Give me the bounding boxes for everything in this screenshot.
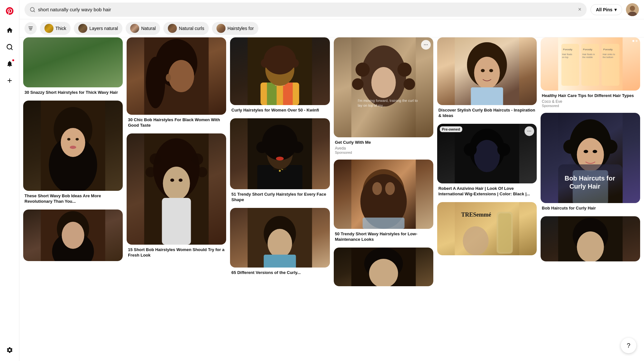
pin-text: Get Curly With Me Aveda Sponsored (334, 137, 433, 156)
pin-card[interactable]: I'm moving forward, training the curl to… (334, 37, 433, 156)
pin-image: Bob Haircuts for Curly Hair (541, 113, 640, 203)
pin-image (230, 208, 330, 268)
carousel-dot (636, 40, 638, 42)
svg-point-63 (403, 78, 415, 90)
svg-rect-36 (283, 83, 293, 105)
search-icon (30, 7, 35, 13)
filter-chip-natural-curls[interactable]: Natural curls (163, 22, 209, 35)
search-input[interactable] (38, 7, 575, 12)
pin-source: Coco & Eve (542, 99, 639, 104)
pin-text: Curly Hairstyles for Women Over 50 - Kwi… (230, 105, 330, 114)
user-avatar[interactable] (626, 3, 639, 16)
svg-point-32 (179, 179, 183, 182)
pin-image (334, 248, 433, 286)
pin-card[interactable]: These Short Wavy Bob Ideas Are More Revo… (23, 101, 123, 206)
pin-image (23, 101, 123, 191)
svg-text:Porosity: Porosity (583, 48, 592, 51)
svg-point-46 (279, 170, 281, 172)
svg-point-70 (372, 182, 382, 195)
sidebar-item-explore[interactable] (3, 40, 17, 54)
pin-image (230, 37, 330, 105)
pin-title: Get Curly With Me (335, 140, 432, 145)
filter-icon (28, 25, 34, 31)
masonry-col-5: Discover Stylish Curly Bob Haircuts - In… (437, 37, 537, 255)
pin-card[interactable]: Discover Stylish Curly Bob Haircuts - In… (437, 37, 537, 120)
svg-rect-35 (267, 83, 277, 105)
pin-card[interactable] (23, 210, 123, 261)
svg-point-22 (166, 74, 171, 82)
pin-image (230, 118, 330, 189)
pin-source: Aveda (335, 146, 432, 151)
filter-chip-layers-natural[interactable]: Layers natural (74, 22, 122, 35)
pin-text: 30 Snazzy Short Hairstyles for Thick Wav… (23, 87, 123, 97)
pin-text: 51 Trendy Short Curly Hairstyles for Eve… (230, 189, 330, 204)
svg-text:Porosity: Porosity (563, 48, 572, 51)
pin-text: Bob Haircuts for Curly Hair (541, 203, 640, 212)
pin-card[interactable]: Curly Hairstyles for Women Over 50 - Kwi… (230, 37, 330, 114)
svg-point-39 (264, 45, 296, 74)
svg-point-49 (256, 141, 268, 153)
svg-text:the bottom: the bottom (602, 56, 613, 58)
sidebar-item-home[interactable] (3, 23, 17, 37)
svg-text:on top: on top (562, 56, 568, 59)
filter-chip-hairstyles-for[interactable]: Hairstyles for (212, 22, 258, 35)
svg-point-13 (70, 146, 76, 149)
svg-point-79 (481, 69, 485, 72)
search-clear-button[interactable]: × (578, 6, 582, 13)
pin-card[interactable]: 30 Chic Bob Hairstyles For Black Women W… (127, 37, 226, 130)
svg-point-25 (163, 167, 190, 200)
pin-card[interactable]: Porosity Porosity Porosity Hair floats o… (541, 37, 640, 109)
svg-point-11 (67, 138, 71, 141)
svg-point-60 (355, 63, 370, 77)
svg-text:TRESemmé: TRESemmé (461, 211, 491, 218)
pin-title: Discover Stylish Curly Bob Haircuts - In… (438, 108, 535, 119)
pin-card[interactable] (541, 216, 640, 261)
pin-card[interactable]: 30 Snazzy Short Hairstyles for Thick Wav… (23, 37, 123, 97)
pin-card[interactable]: 65 Different Versions of the Curly... (230, 208, 330, 277)
svg-point-108 (603, 140, 617, 154)
filter-chip-natural[interactable]: Natural (126, 22, 160, 35)
pinterest-logo[interactable] (3, 4, 17, 18)
pin-card[interactable]: 15 Short Bob Hairstyles Women Should Try… (127, 133, 226, 259)
masonry-col-1: 30 Snazzy Short Hairstyles for Thick Wav… (23, 37, 123, 261)
pin-title: 30 Snazzy Short Hairstyles for Thick Wav… (24, 90, 121, 95)
all-pins-button[interactable]: All Pins ▾ (591, 4, 622, 15)
pin-card[interactable]: TRESemmé (437, 202, 537, 255)
pin-image: TRESemmé (437, 202, 537, 255)
svg-line-3 (34, 11, 34, 12)
pin-text: 15 Short Bob Hairstyles Women Should Try… (127, 245, 226, 259)
pin-card[interactable] (334, 248, 433, 286)
svg-point-52 (282, 150, 286, 153)
filter-button[interactable] (24, 22, 37, 34)
filter-chip-thick-img (44, 24, 53, 33)
carousel-dot (632, 40, 634, 42)
sidebar-item-create[interactable] (3, 73, 17, 88)
filter-row: Thick Layers natural Natural Natural cur… (19, 19, 644, 37)
main-content: 30 Snazzy Short Hairstyles for Thick Wav… (19, 0, 644, 286)
filter-chip-curls-img (168, 24, 177, 33)
filter-chip-layers-img (78, 24, 87, 33)
pin-card[interactable]: Pre-owned ··· Robert A Anzivino Hair | L… (437, 124, 537, 198)
pin-title: 51 Trendy Short Curly Hairstyles for Eve… (231, 192, 328, 203)
pin-text: Discover Stylish Curly Bob Haircuts - In… (437, 105, 537, 120)
masonry-col-6: Porosity Porosity Porosity Hair floats o… (541, 37, 640, 261)
pin-more-button[interactable]: ··· (524, 126, 534, 136)
pin-pre-owned-badge: Pre-owned (440, 126, 462, 132)
pin-title: Bob Haircuts for Curly Hair (542, 206, 639, 211)
pin-card[interactable]: 50 Trendy Short Wavy Hairstyles for Low-… (334, 160, 433, 244)
pin-more-button[interactable]: ··· (421, 40, 431, 50)
topbar: × All Pins ▾ (19, 0, 644, 19)
svg-rect-57 (264, 255, 296, 268)
svg-point-21 (168, 60, 194, 92)
pin-card[interactable]: 51 Trendy Short Curly Hairstyles for Eve… (230, 118, 330, 204)
svg-point-51 (274, 150, 278, 153)
svg-rect-90 (498, 213, 511, 252)
pin-card[interactable]: Bob Haircuts for Curly Hair Bob Haircuts… (541, 113, 640, 212)
pin-text: These Short Wavy Bob Ideas Are More Revo… (23, 191, 123, 206)
sidebar-item-notifications[interactable] (3, 57, 17, 71)
svg-point-40 (261, 59, 270, 68)
pin-text: 65 Different Versions of the Curly... (230, 268, 330, 277)
chevron-down-icon: ▾ (614, 7, 617, 12)
svg-text:Hair floats in: Hair floats in (582, 53, 595, 55)
filter-chip-thick[interactable]: Thick (40, 22, 71, 35)
